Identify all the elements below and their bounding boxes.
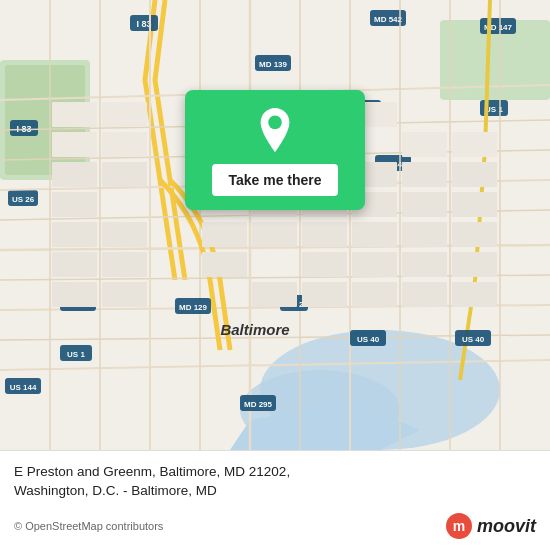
bottom-footer: © OpenStreetMap contributors m moovit	[14, 512, 536, 540]
svg-text:US 40: US 40	[462, 335, 485, 344]
svg-text:MD 139: MD 139	[259, 60, 288, 69]
svg-text:MD 542: MD 542	[374, 15, 403, 24]
take-me-there-button[interactable]: Take me there	[212, 164, 337, 196]
svg-rect-73	[452, 132, 497, 157]
svg-rect-89	[102, 222, 147, 247]
svg-rect-100	[352, 252, 397, 277]
svg-rect-92	[302, 222, 347, 247]
svg-text:Baltimore: Baltimore	[220, 321, 289, 338]
svg-rect-87	[452, 192, 497, 217]
svg-rect-74	[52, 162, 97, 187]
svg-rect-72	[402, 132, 447, 157]
svg-rect-106	[302, 282, 347, 307]
svg-text:m: m	[453, 518, 465, 534]
map-container: I 83 MD 542 MD 147 MD 139 I 83 US 26 MD …	[0, 0, 550, 450]
moovit-brand-icon: m	[445, 512, 473, 540]
map-svg: I 83 MD 542 MD 147 MD 139 I 83 US 26 MD …	[0, 0, 550, 450]
svg-text:MD 295: MD 295	[244, 400, 273, 409]
location-card[interactable]: Take me there	[185, 90, 365, 210]
svg-text:US 144: US 144	[10, 383, 37, 392]
copyright-text: © OpenStreetMap contributors	[14, 520, 163, 532]
svg-point-110	[268, 116, 282, 130]
svg-rect-82	[52, 192, 97, 217]
svg-rect-108	[402, 282, 447, 307]
svg-rect-109	[452, 282, 497, 307]
svg-rect-101	[402, 252, 447, 277]
svg-text:MD 129: MD 129	[179, 303, 208, 312]
svg-rect-95	[452, 222, 497, 247]
svg-rect-90	[202, 222, 247, 247]
svg-rect-68	[102, 132, 147, 157]
svg-rect-88	[52, 222, 97, 247]
svg-rect-98	[202, 252, 247, 277]
svg-text:US 1: US 1	[67, 350, 85, 359]
svg-rect-97	[102, 252, 147, 277]
location-pin-icon	[253, 108, 297, 152]
svg-text:US 26: US 26	[12, 195, 35, 204]
svg-rect-81	[452, 162, 497, 187]
svg-rect-93	[352, 222, 397, 247]
app-container: I 83 MD 542 MD 147 MD 139 I 83 US 26 MD …	[0, 0, 550, 550]
moovit-logo: m moovit	[445, 512, 536, 540]
svg-rect-67	[52, 132, 97, 157]
svg-rect-75	[102, 162, 147, 187]
svg-rect-102	[452, 252, 497, 277]
bottom-panel: E Preston and Greenm, Baltimore, MD 2120…	[0, 450, 550, 550]
svg-rect-91	[252, 222, 297, 247]
address-text: E Preston and Greenm, Baltimore, MD 2120…	[14, 463, 536, 501]
svg-rect-63	[102, 102, 147, 127]
svg-rect-86	[402, 192, 447, 217]
svg-rect-99	[302, 252, 347, 277]
svg-rect-94	[402, 222, 447, 247]
svg-rect-107	[352, 282, 397, 307]
svg-rect-105	[252, 282, 297, 307]
svg-rect-62	[52, 102, 97, 127]
svg-rect-80	[402, 162, 447, 187]
moovit-brand-name: moovit	[477, 516, 536, 537]
svg-text:US 40: US 40	[357, 335, 380, 344]
svg-rect-103	[52, 282, 97, 307]
svg-rect-104	[102, 282, 147, 307]
svg-rect-96	[52, 252, 97, 277]
